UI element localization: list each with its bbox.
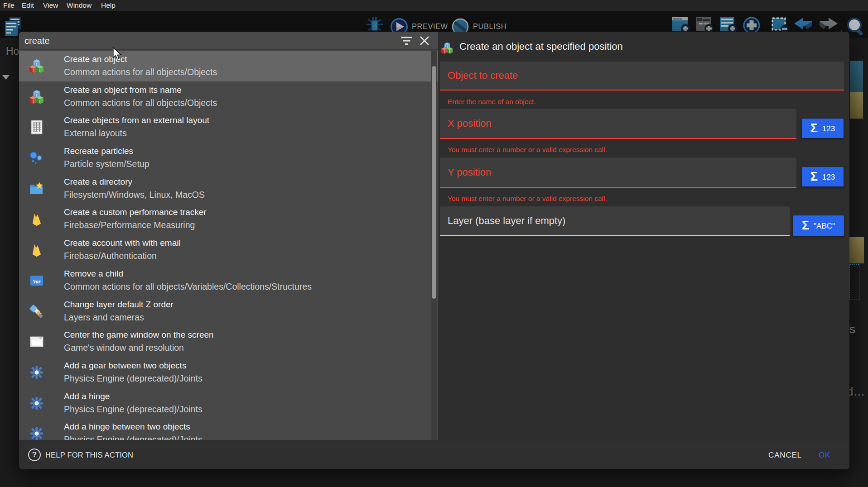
- scene-selection-box: [849, 264, 859, 300]
- action-title: Change layer default Z order: [64, 298, 174, 311]
- add-events-icon[interactable]: [720, 17, 738, 33]
- var-icon: [29, 273, 44, 288]
- action-subtitle: Physics Engine (deprecated)/Joints: [64, 403, 203, 415]
- debugger-bug-icon[interactable]: [366, 17, 384, 32]
- dialog-footer: ? HELP FOR THIS ACTION CANCEL OK: [19, 440, 849, 469]
- action-title: Remove a child: [64, 267, 123, 280]
- object-helper-text: Enter the name of an object.: [448, 98, 536, 106]
- action-title: Create account with with email: [64, 237, 181, 249]
- scene-object-olive-2: [849, 237, 864, 263]
- app-window: FileEditViewWindowHelp: [0, 0, 868, 487]
- action-subtitle: Physics Engine (deprecated)/Joints: [64, 433, 203, 440]
- zorder-icon: [29, 304, 44, 319]
- action-subtitle: Particle system/Setup: [64, 158, 149, 170]
- action-title: Create an object from its name: [64, 84, 182, 96]
- menu-item-edit[interactable]: Edit: [22, 0, 34, 11]
- layer-expression-button[interactable]: Σ "ABC": [793, 215, 844, 236]
- action-list-item[interactable]: Create an objectCommon actions for all o…: [19, 51, 438, 81]
- action-title: Add a hinge: [64, 390, 110, 403]
- layout-doc-icon: [29, 120, 44, 134]
- action-config-panel: Create an object at specified position O…: [438, 32, 849, 440]
- gear-icon: [29, 426, 44, 440]
- action-title: Create a custom performance tracker: [64, 206, 207, 219]
- action-list-item[interactable]: Center the game window on the screenGame…: [19, 326, 438, 357]
- preview-button[interactable]: PREVIEW: [412, 22, 448, 31]
- undo-icon[interactable]: [794, 18, 815, 33]
- gear-icon: [29, 365, 44, 380]
- cubes-icon: [29, 59, 44, 73]
- mouse-cursor: [113, 47, 122, 60]
- action-subtitle: External layouts: [64, 127, 127, 139]
- action-subtitle: Common actions for all objects/Objects: [64, 96, 217, 109]
- x-error-text: You must enter a number or a valid expre…: [448, 146, 607, 154]
- folder-star-icon: [29, 181, 44, 196]
- action-list-item[interactable]: Create objects from an external layoutEx…: [19, 112, 438, 143]
- action-list-item[interactable]: Add a gear between two objectsPhysics En…: [19, 357, 438, 388]
- object-to-create-label: Object to create: [448, 70, 518, 81]
- ok-button[interactable]: OK: [802, 440, 847, 469]
- publish-button[interactable]: PUBLISH: [473, 22, 506, 31]
- action-subtitle: Firebase/Performance Measuring: [64, 219, 195, 231]
- layer-field[interactable]: Layer (base layer if empty): [440, 206, 790, 236]
- close-icon[interactable]: [420, 36, 429, 46]
- scene-object-olive: [850, 92, 863, 119]
- layer-label: Layer (base layer if empty): [448, 215, 565, 227]
- help-button[interactable]: HELP FOR THIS ACTION: [45, 440, 133, 469]
- action-title: Add a hinge between two objects: [64, 420, 190, 433]
- search-input[interactable]: create: [24, 32, 50, 50]
- add-external-layout-icon[interactable]: [696, 17, 714, 33]
- menu-item-window[interactable]: Window: [67, 0, 92, 11]
- action-list-item[interactable]: Create an object from its nameCommon act…: [19, 81, 438, 112]
- action-title: Recreate particles: [64, 145, 133, 158]
- action-list-pane: create Create an objectCommon actions fo…: [19, 32, 438, 440]
- object-to-create-field[interactable]: Object to create: [440, 62, 844, 91]
- firebase-icon: [29, 243, 44, 257]
- search-bar[interactable]: create: [19, 32, 438, 50]
- action-title: Create a directory: [64, 176, 132, 188]
- x-position-label: X position: [448, 118, 492, 129]
- action-list-item[interactable]: Change layer default Z orderLayers and c…: [19, 296, 438, 327]
- action-list-item[interactable]: Create a custom performance trackerFireb…: [19, 204, 438, 234]
- action-subtitle: Layers and cameras: [64, 311, 144, 324]
- sigma-icon: Σ: [802, 220, 809, 232]
- help-icon[interactable]: ?: [28, 449, 41, 461]
- sigma-icon: Σ: [810, 171, 818, 183]
- menu-item-file[interactable]: File: [3, 0, 14, 11]
- y-position-field[interactable]: Y position: [440, 158, 796, 188]
- action-list-item[interactable]: Add a hinge between two objectsPhysics E…: [19, 418, 438, 440]
- menu-item-view[interactable]: View: [43, 0, 58, 11]
- action-list-item[interactable]: Remove a childCommon actions for all obj…: [19, 265, 438, 296]
- zoom-search-icon[interactable]: [846, 17, 865, 35]
- particles-icon: [29, 151, 44, 165]
- y-position-label: Y position: [448, 167, 491, 178]
- y-error-text: You must enter a number or a valid expre…: [448, 195, 607, 203]
- action-list-item[interactable]: Add a hingePhysics Engine (deprecated)/J…: [19, 388, 438, 419]
- firebase-icon: [29, 212, 44, 226]
- action-list: Create an objectCommon actions for all o…: [19, 51, 438, 440]
- deselect-icon[interactable]: [772, 17, 790, 33]
- action-subtitle: Common actions for all objects/Variables…: [64, 280, 312, 293]
- action-subtitle: Filesystem/Windows, Linux, MacOS: [64, 188, 205, 201]
- menu-bar: FileEditViewWindowHelp: [0, 0, 868, 11]
- filter-icon[interactable]: [401, 36, 412, 45]
- action-subtitle: Firebase/Authentication: [64, 249, 157, 262]
- action-title: Center the game window on the screen: [64, 329, 214, 341]
- action-title: Create objects from an external layout: [64, 114, 209, 127]
- panel-chevron-icon[interactable]: [2, 75, 10, 80]
- y-expression-button[interactable]: Σ 123: [802, 167, 844, 186]
- sigma-icon: Σ: [810, 122, 818, 134]
- add-scene-icon[interactable]: [672, 17, 690, 33]
- panel-title: Create an object at specified position: [459, 40, 623, 53]
- menu-item-help[interactable]: Help: [101, 0, 116, 11]
- action-list-item[interactable]: Create a directoryFilesystem/Windows, Li…: [19, 173, 438, 204]
- x-expression-button[interactable]: Σ 123: [802, 119, 844, 138]
- action-subtitle: Physics Engine (deprecated)/Joints: [64, 372, 203, 385]
- x-position-field[interactable]: X position: [440, 109, 796, 139]
- cubes-icon: [29, 90, 44, 104]
- action-list-item[interactable]: Create account with with emailFirebase/A…: [19, 234, 438, 265]
- scrollbar-thumb[interactable]: [432, 66, 436, 299]
- redo-icon[interactable]: [817, 18, 838, 33]
- instruction-editor-dialog: create Create an objectCommon actions fo…: [19, 32, 849, 469]
- cubes-icon: [441, 42, 453, 54]
- action-list-item[interactable]: Recreate particlesParticle system/Setup: [19, 143, 438, 173]
